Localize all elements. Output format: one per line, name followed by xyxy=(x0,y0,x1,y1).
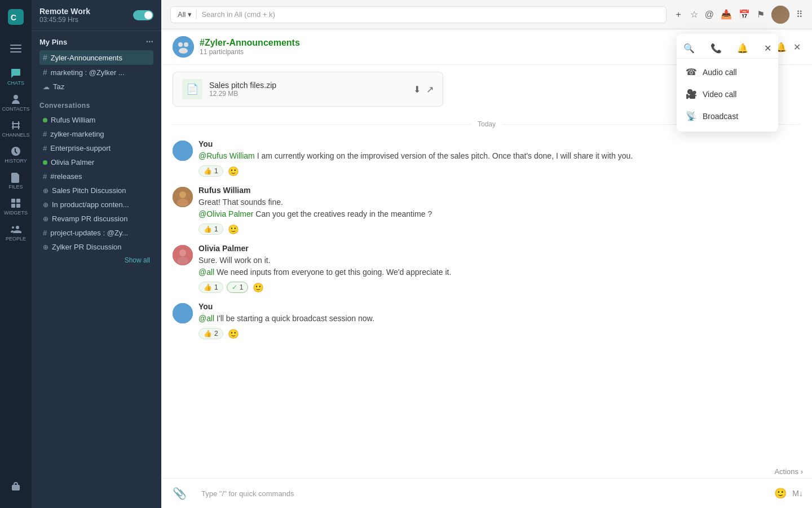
conv-label: Sales Pitch Discussion xyxy=(52,186,126,195)
search-area[interactable]: All ▾ Search in All (cmd + k) xyxy=(170,6,667,23)
msg-sender-1: You xyxy=(198,139,213,148)
sidebar-item-widgets-label: WIDGETS xyxy=(4,210,28,216)
sidebar-item-channels-label: CHANNELS xyxy=(2,132,30,138)
search-filter-select[interactable]: All ▾ xyxy=(178,10,192,19)
share-icon[interactable]: ↗ xyxy=(426,84,434,95)
user-avatar[interactable] xyxy=(771,6,789,24)
app-logo[interactable]: C xyxy=(3,5,28,29)
conv-item-project-updates[interactable]: # project-updates : @Zy... xyxy=(39,226,153,240)
popup-bell-icon[interactable]: 🔔 xyxy=(737,43,748,54)
reaction-thumbs-1[interactable]: 👍 1 xyxy=(198,165,223,177)
broadcast-label: Broadcast xyxy=(703,112,738,121)
svg-text:C: C xyxy=(11,13,16,22)
pin-item-zyler[interactable]: # Zyler-Announcements xyxy=(39,50,153,65)
svg-rect-2 xyxy=(10,45,21,46)
msg-text-1: @Rufus William I am currently working on… xyxy=(198,150,801,162)
conv-item-olivia[interactable]: Olivia Palmer xyxy=(39,155,153,169)
bot-icon[interactable] xyxy=(3,474,28,499)
conv-item-rufus[interactable]: Rufus William xyxy=(39,113,153,127)
hash-icon: # xyxy=(43,172,47,181)
sidebar-item-files-label: FILES xyxy=(8,184,23,190)
popup-call-icon[interactable]: 📞 xyxy=(710,43,722,54)
apps-grid-icon[interactable]: ⠿ xyxy=(796,9,803,20)
message-3: Olivia Palmer Sure. Will work on it. @al… xyxy=(173,239,801,297)
group-icon: ⊕ xyxy=(43,243,48,251)
conv-item-releases[interactable]: # #releases xyxy=(39,169,153,183)
calendar-icon[interactable]: 📅 xyxy=(739,9,750,20)
hamburger-menu[interactable] xyxy=(3,36,28,61)
add-button[interactable]: + xyxy=(673,10,683,20)
message-input[interactable]: Type "/" for quick commands xyxy=(195,485,769,502)
attach-button[interactable]: 📎 xyxy=(170,484,189,502)
avatar-image xyxy=(771,6,789,24)
mention-icon[interactable]: @ xyxy=(705,10,714,20)
svg-rect-4 xyxy=(10,51,21,52)
workspace-name: Remote Work xyxy=(39,7,90,16)
svg-point-18 xyxy=(179,249,186,256)
search-input[interactable]: Search in All (cmd + k) xyxy=(201,10,659,19)
emoji-button[interactable]: 🙂 xyxy=(774,487,787,500)
reaction-thumbs-4[interactable]: 👍 2 xyxy=(198,328,223,339)
msg-body-2: Can you get the creatives ready in the m… xyxy=(255,209,432,218)
flag-icon[interactable]: ⚑ xyxy=(757,9,765,20)
close-channel-icon[interactable]: ✕ xyxy=(793,42,801,52)
conv-item-zylker-marketing[interactable]: # zylker-marketing xyxy=(39,127,153,141)
message-1: You @Rufus William I am currently workin… xyxy=(173,135,801,181)
add-reaction-1[interactable]: 🙂 xyxy=(227,166,240,177)
msg-header-3: Olivia Palmer xyxy=(198,244,801,253)
pins-options-button[interactable]: ··· xyxy=(146,37,153,47)
audio-call-label: Audio call xyxy=(703,68,737,77)
svg-rect-6 xyxy=(16,199,20,203)
sidebar-item-chats[interactable]: CHATS xyxy=(3,64,28,89)
svg-point-11 xyxy=(184,42,188,47)
broadcast-option[interactable]: 📡 Broadcast xyxy=(677,105,778,127)
group-icon: ⊕ xyxy=(43,201,48,209)
reaction-thumbs-2[interactable]: 👍 1 xyxy=(198,224,223,235)
conv-item-sales-pitch[interactable]: ⊕ Sales Pitch Discussion xyxy=(39,183,153,198)
sidebar-item-history-label: HISTORY xyxy=(5,158,27,164)
conv-label: Rufus William xyxy=(51,116,95,124)
hash-icon: # xyxy=(43,130,47,138)
sidebar-item-people[interactable]: PEOPLE xyxy=(3,220,28,245)
timer-toggle[interactable] xyxy=(133,10,153,20)
add-reaction-3[interactable]: 🙂 xyxy=(251,282,265,293)
conv-item-zylker-pr[interactable]: ⊕ Zylker PR Discussion xyxy=(39,240,153,254)
sidebar-item-history[interactable]: HISTORY xyxy=(3,142,28,167)
conv-item-in-product[interactable]: ⊕ In product/app conten... xyxy=(39,198,153,212)
msg-body-3: We need inputs from everyone to get this… xyxy=(217,268,451,277)
reaction-thumbs-3[interactable]: 👍 1 xyxy=(198,282,223,293)
conv-item-revamp[interactable]: ⊕ Revamp PR discussion xyxy=(39,212,153,226)
channel-name[interactable]: #Zyler-Announcements xyxy=(200,38,300,48)
msg-reactions-1: 👍 1 🙂 xyxy=(198,165,801,177)
sidebar-item-contacts[interactable]: CONTACTS xyxy=(3,90,28,115)
popup-search-icon[interactable]: 🔍 xyxy=(683,43,695,54)
star-icon[interactable]: ☆ xyxy=(690,9,698,20)
conv-label: Enterprise-support xyxy=(50,144,111,152)
msg-text-3b: @all We need inputs from everyone to get… xyxy=(198,266,801,278)
video-call-option[interactable]: 🎥 Video call xyxy=(677,83,778,105)
sidebar-item-widgets[interactable]: WIDGETS xyxy=(3,194,28,219)
actions-button[interactable]: Actions › xyxy=(774,467,803,476)
audio-call-option[interactable]: ☎ Audio call xyxy=(677,61,778,83)
msg-reactions-4: 👍 2 🙂 xyxy=(198,328,801,339)
pin-item-taz[interactable]: ☁ Taz xyxy=(39,80,153,94)
download-icon[interactable]: ⬇ xyxy=(413,84,421,95)
add-reaction-4[interactable]: 🙂 xyxy=(227,329,240,339)
search-divider xyxy=(196,10,197,19)
popup-close-icon[interactable]: ✕ xyxy=(764,43,771,54)
sidebar-item-files[interactable]: FILES xyxy=(3,168,28,193)
conv-item-enterprise[interactable]: # Enterprise-support xyxy=(39,141,153,155)
file-actions: ⬇ ↗ xyxy=(413,84,434,95)
message-4: You @all I'll be starting a quick broadc… xyxy=(173,297,801,344)
add-reaction-2[interactable]: 🙂 xyxy=(227,224,240,235)
markdown-button[interactable]: M↓ xyxy=(792,489,803,498)
conv-label: Revamp PR discussion xyxy=(52,214,127,223)
sidebar-item-channels[interactable]: CHANNELS xyxy=(3,116,28,141)
reaction-check-3[interactable]: ✓ 1 xyxy=(227,282,249,293)
svg-point-16 xyxy=(177,199,188,207)
svg-point-19 xyxy=(177,257,188,265)
show-all-button[interactable]: Show all xyxy=(39,254,153,266)
inbox-icon[interactable]: 📥 xyxy=(721,9,732,20)
pin-item-marketing[interactable]: # marketing : @Zylker ... xyxy=(39,65,153,80)
group-icon: ⊕ xyxy=(43,187,48,195)
